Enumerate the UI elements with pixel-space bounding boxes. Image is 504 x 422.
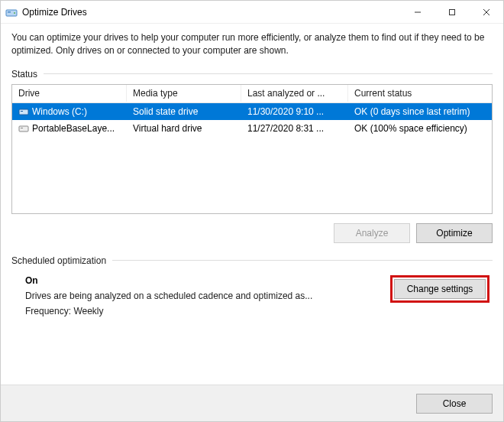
- footer: Close: [1, 385, 503, 421]
- scheduled-frequency: Frequency: Weekly: [25, 306, 390, 316]
- optimize-drives-window: Optimize Drives You can optimize your dr…: [0, 0, 504, 422]
- drives-list[interactable]: Drive Media type Last analyzed or ... Cu…: [11, 84, 493, 214]
- analyze-button[interactable]: Analyze: [334, 223, 410, 243]
- scheduled-group-header: Scheduled optimization: [11, 255, 493, 266]
- svg-rect-8: [21, 111, 23, 112]
- scheduled-body: On Drives are being analyzed on a schedu…: [11, 271, 493, 321]
- drive-name: Windows (C:): [32, 106, 87, 117]
- optimize-button[interactable]: Optimize: [416, 223, 493, 243]
- svg-rect-4: [449, 9, 454, 15]
- minimize-button[interactable]: [400, 1, 435, 24]
- drive-last: 11/27/2020 8:31 ...: [241, 121, 348, 136]
- frequency-label: Frequency:: [25, 306, 71, 316]
- drive-status: OK (100% space efficiency): [348, 121, 492, 136]
- scheduled-label: Scheduled optimization: [11, 255, 106, 266]
- table-row[interactable]: Windows (C:) Solid state drive 11/30/202…: [12, 103, 492, 120]
- drive-media: Virtual hard drive: [127, 121, 241, 136]
- app-icon: [5, 6, 18, 18]
- drives-header-row: Drive Media type Last analyzed or ... Cu…: [12, 85, 492, 103]
- close-button[interactable]: [469, 1, 503, 24]
- intro-text: You can optimize your drives to help you…: [11, 31, 493, 58]
- col-header-media[interactable]: Media type: [127, 85, 241, 102]
- svg-point-2: [14, 12, 15, 14]
- window-title: Optimize Drives: [22, 7, 87, 18]
- col-header-drive[interactable]: Drive: [12, 85, 127, 102]
- drive-status: OK (0 days since last retrim): [348, 104, 492, 119]
- svg-rect-7: [19, 109, 28, 115]
- status-group-header: Status: [11, 69, 493, 80]
- col-header-status[interactable]: Current status: [348, 85, 492, 102]
- close-dialog-button[interactable]: Close: [416, 394, 493, 414]
- frequency-value: Weekly: [73, 306, 103, 316]
- status-label: Status: [11, 69, 37, 80]
- drive-icon: [18, 123, 29, 134]
- col-header-last[interactable]: Last analyzed or ...: [241, 85, 348, 102]
- svg-rect-1: [8, 11, 11, 13]
- drive-name: PortableBaseLaye...: [32, 123, 115, 134]
- svg-rect-10: [21, 128, 23, 128]
- content-area: You can optimize your drives to help you…: [1, 24, 503, 385]
- titlebar: Optimize Drives: [1, 1, 503, 24]
- drive-media: Solid state drive: [127, 104, 241, 119]
- scheduled-description: Drives are being analyzed on a scheduled…: [25, 291, 390, 301]
- drive-last: 11/30/2020 9:10 ...: [241, 104, 348, 119]
- status-buttons: Analyze Optimize: [11, 214, 493, 255]
- change-settings-highlight: Change settings: [390, 275, 489, 303]
- drive-icon: [18, 106, 29, 117]
- svg-rect-9: [19, 126, 28, 131]
- scheduled-state: On: [25, 275, 390, 286]
- table-row[interactable]: PortableBaseLaye... Virtual hard drive 1…: [12, 120, 492, 137]
- maximize-button[interactable]: [435, 1, 469, 24]
- change-settings-button[interactable]: Change settings: [394, 279, 486, 299]
